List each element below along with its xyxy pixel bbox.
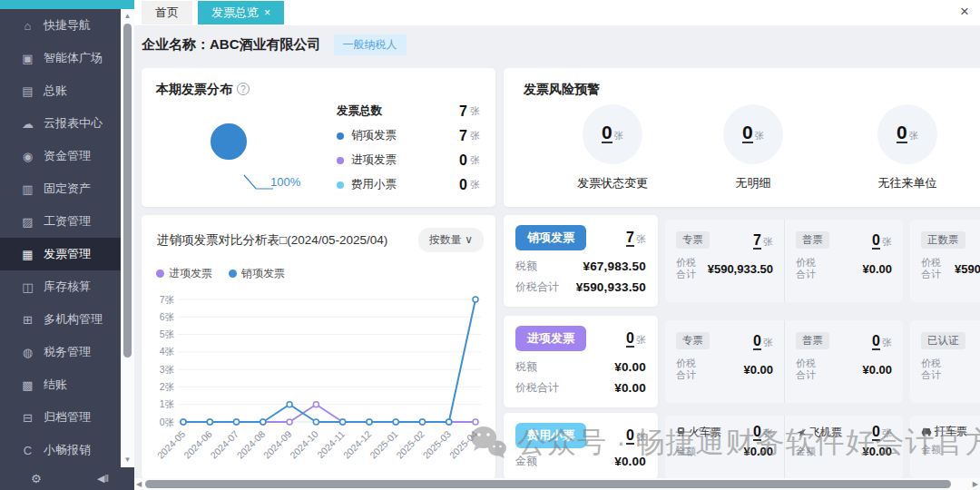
tax-inclusive-total-row: 价税合计¥0.00 [515, 380, 646, 396]
panel-title: 进销项发票对比分析表□(2024/05-2025/04) [157, 232, 387, 249]
svg-text:0张: 0张 [160, 416, 175, 427]
app-window: ⌂快捷导航 ▣智能体广场 ▤总账 ☁云报表中心 ◉资金管理 ▥固定资产 ▨工资管… [0, 0, 980, 490]
collapse-sidebar-icon[interactable]: ◀‖ [97, 473, 109, 485]
sidebar-scroll-thumb[interactable] [123, 24, 132, 358]
company-header: 企业名称：ABC酒业有限公司 一般纳税人 [142, 34, 407, 55]
tab-home[interactable]: 首页 [142, 1, 192, 24]
sidebar-item-multi-org[interactable]: ⊞多机构管理 [0, 303, 121, 336]
special-invoice-badge: 专票 [676, 332, 710, 349]
positive-invoice-card: 正数票 价税合计¥590,933.50 [910, 220, 980, 302]
count-link[interactable]: 0 [872, 333, 880, 350]
expense-receipt-button[interactable]: 费用小票 [515, 423, 586, 448]
inventory-icon: ◫ [21, 280, 34, 294]
svg-text:2025-02: 2025-02 [394, 428, 426, 461]
legend-row-purchase: 进项发票 0张 [337, 148, 480, 172]
risk-count-circle[interactable]: 0张 [723, 104, 783, 164]
sales-invoice-card: 销项发票 7张 税额¥67,983.50 价税合计¥590,933.50 [504, 215, 658, 307]
count-link[interactable]: 0 [872, 232, 880, 250]
svg-text:3张: 3张 [160, 364, 175, 375]
train-ticket-block: 火车票 0张 金额¥0.00 [665, 416, 784, 479]
chart-legend: 进项发票 销项发票 [156, 266, 285, 281]
sales-sub-card: 专票7张 价税合计¥590,933.50 普票0张 价税合计¥0.00 [665, 220, 903, 302]
tax-amount-row: 税额¥0.00 [515, 359, 646, 375]
comparison-line-chart: 0张1张2张3张4张5张6张7张2024-052024-062024-07202… [149, 288, 488, 473]
sales-dot-icon [337, 132, 344, 140]
sidebar: ⌂快捷导航 ▣智能体广场 ▤总账 ☁云报表中心 ◉资金管理 ▥固定资产 ▨工资管… [0, 9, 121, 467]
count-filter-dropdown[interactable]: 按数量 ∨ [418, 228, 484, 252]
count-link[interactable]: 7 [753, 232, 761, 250]
legend-row-expense: 费用小票 0张 [337, 172, 480, 197]
sales-invoice-button[interactable]: 销项发票 [515, 225, 586, 250]
donut-leader-line [243, 174, 274, 192]
scroll-down-icon[interactable]: ▼ [121, 456, 134, 464]
count-link[interactable]: 0 [872, 424, 880, 441]
sales-dot-icon [229, 270, 237, 278]
purchase-dot-icon [156, 270, 164, 278]
tab-invoice-overview[interactable]: 发票总览 × [198, 1, 284, 24]
svg-text:2024-07: 2024-07 [208, 428, 240, 461]
scroll-up-icon[interactable]: ▲ [121, 12, 134, 20]
sidebar-item-tax[interactable]: ◍税务管理 [0, 336, 121, 368]
sidebar-item-closing[interactable]: ▩结账 [0, 368, 121, 401]
purchase-count-link[interactable]: 0 [626, 330, 634, 348]
count-link[interactable]: 0 [753, 333, 761, 350]
help-icon[interactable]: ? [237, 83, 250, 95]
risk-item-status-change: 0张 发票状态变更 [544, 104, 681, 191]
tab-close-icon[interactable]: × [264, 6, 270, 19]
certified-badge: 已认证 [921, 332, 965, 349]
legend-sales[interactable]: 销项发票 [229, 266, 285, 281]
panel-title: 发票风险预警 [524, 82, 600, 98]
general-invoice-block: 普票0张 价税合计¥0.00 [784, 320, 903, 403]
sidebar-item-quick-nav[interactable]: ⌂快捷导航 [0, 9, 121, 42]
sidebar-item-funds[interactable]: ◉资金管理 [0, 140, 121, 172]
invoice-icon: ▦ [21, 248, 34, 261]
settings-gear-icon[interactable]: ⚙ [31, 472, 42, 485]
amount-row: 金额¥0.00 [515, 454, 646, 469]
purchase-sub-card: 专票0张 价税合计¥0.00 普票0张 价税合计¥0.00 [665, 320, 903, 403]
scroll-left-icon[interactable]: ◀ [136, 480, 142, 488]
legend-row-total: 发票总数 7张 [337, 99, 480, 123]
sidebar-item-cloud-report[interactable]: ☁云报表中心 [0, 107, 121, 140]
scroll-right-icon[interactable]: ▶ [973, 480, 978, 488]
expense-sub-card: 火车票 0张 金额¥0.00 飞机票 0张 金额¥0.00 [665, 416, 903, 479]
legend-row-sales: 销项发票 7张 [337, 123, 480, 148]
svg-text:7张: 7张 [160, 294, 175, 305]
expense-receipt-card: 费用小票 0张 金额¥0.00 [504, 413, 658, 479]
purchase-invoice-button[interactable]: 进项发票 [515, 326, 586, 351]
plane-ticket-block: 飞机票 0张 金额¥0.00 [784, 416, 903, 479]
window-close-icon[interactable]: × [960, 4, 969, 19]
legend-purchase[interactable]: 进项发票 [156, 266, 212, 281]
risk-item-no-detail: 0张 无明细 [685, 104, 821, 191]
sidebar-item-general-ledger[interactable]: ▤总账 [0, 74, 121, 107]
expense-count-link[interactable]: 0 [626, 427, 634, 445]
sidebar-item-reimburse[interactable]: C小畅报销 [0, 434, 121, 466]
svg-text:2张: 2张 [160, 381, 175, 392]
svg-text:1张: 1张 [160, 398, 175, 409]
sidebar-item-agent-plaza[interactable]: ▣智能体广场 [0, 42, 121, 74]
count-link[interactable]: 0 [753, 424, 761, 441]
risk-count-circle[interactable]: 0张 [877, 104, 937, 164]
sidebar-item-payroll[interactable]: ▨工资管理 [0, 205, 121, 238]
general-invoice-block: 普票0张 价税合计¥0.00 [784, 220, 903, 302]
comparison-chart-panel: 进销项发票对比分析表□(2024/05-2025/04) 按数量 ∨ 进项发票 … [142, 215, 495, 479]
fixed-assets-icon: ▥ [21, 182, 34, 196]
sidebar-item-inventory[interactable]: ◫库存核算 [0, 270, 121, 303]
cloud-report-icon: ☁ [21, 117, 34, 131]
sidebar-item-archive[interactable]: ⊟归档管理 [0, 401, 121, 434]
main-content: 企业名称：ABC酒业有限公司 一般纳税人 本期发票分布? 100% 发票总数 7… [134, 25, 980, 490]
risk-count-circle[interactable]: 0张 [583, 104, 642, 164]
chevron-down-icon: ∨ [465, 233, 473, 246]
h-scroll-thumb[interactable] [145, 480, 951, 488]
special-invoice-block: 专票7张 价税合计¥590,933.50 [665, 220, 784, 302]
svg-text:2024-12: 2024-12 [341, 428, 374, 461]
certified-invoice-card: 已认证 价税合计 [910, 320, 980, 403]
invoice-distribution-panel: 本期发票分布? 100% 发票总数 7张 销项发票 7张 进项发票 [142, 68, 495, 207]
reimburse-icon: C [21, 444, 34, 457]
multi-org-icon: ⊞ [21, 313, 34, 327]
sales-count-link[interactable]: 7 [626, 230, 634, 247]
sidebar-item-fixed-assets[interactable]: ▥固定资产 [0, 172, 121, 205]
svg-text:2024-08: 2024-08 [234, 428, 267, 461]
sidebar-item-invoice[interactable]: ▦发票管理 [0, 238, 121, 270]
taxi-ticket-card: 打车票 金额 [910, 416, 980, 479]
horizontal-scrollbar: ◀ ▶ [134, 478, 980, 490]
